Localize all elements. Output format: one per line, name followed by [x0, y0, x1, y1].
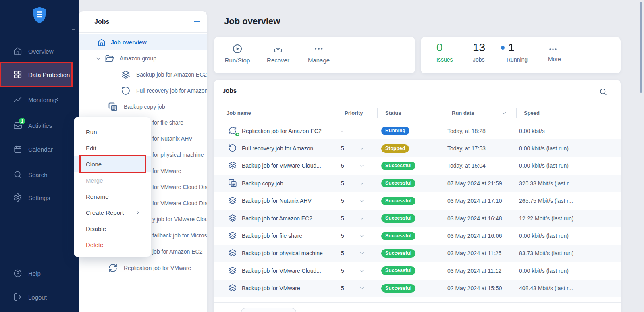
- sidebar-item-label: Activities: [28, 122, 52, 129]
- job-name[interactable]: Backup job for file share: [242, 233, 302, 239]
- column-header-job-name[interactable]: Job name: [214, 110, 337, 116]
- stat-jobs[interactable]: 13 Jobs: [473, 41, 485, 63]
- table-title: Jobs: [222, 87, 237, 94]
- menu-item-delete[interactable]: Delete: [74, 237, 151, 253]
- sidebar-item-calendar[interactable]: Calendar: [0, 141, 79, 157]
- sidebar-item-data-protection[interactable]: Data Protection: [0, 62, 73, 87]
- run-date: 07 May 2024 at 21:59: [445, 180, 516, 187]
- priority-dropdown-chevron[interactable]: [359, 268, 365, 274]
- tree-item-occluded[interactable]: for VMware: [152, 168, 181, 174]
- menu-item-rename[interactable]: Rename: [74, 188, 151, 204]
- table-row[interactable]: Backup job for Nutanix AHV 5 Successful …: [214, 192, 621, 210]
- job-name[interactable]: Backup job for Amazon EC2: [242, 215, 312, 222]
- tree-item-label: Amazon group: [120, 55, 156, 62]
- stat-more[interactable]: More: [548, 41, 561, 62]
- table-row[interactable]: Replication job for Amazon EC2 - Running…: [214, 122, 621, 139]
- priority-value: 5: [337, 250, 344, 256]
- sidebar-item-settings[interactable]: Settings: [0, 189, 79, 206]
- table-row[interactable]: Backup job for file share 5 Successful 0…: [214, 227, 621, 244]
- menu-item-create-report[interactable]: Create Report: [74, 204, 151, 220]
- column-header-status[interactable]: Status: [377, 110, 445, 116]
- sidebar-item-activities[interactable]: 1 Activities: [0, 117, 79, 133]
- job-name[interactable]: Backup copy job: [242, 180, 283, 187]
- menu-item-disable[interactable]: Disable: [74, 220, 151, 237]
- priority-dropdown-chevron[interactable]: [359, 146, 365, 151]
- job-name[interactable]: Full recovery job for Amazon ...: [242, 145, 320, 152]
- sort-chevron-down-icon[interactable]: [501, 110, 507, 116]
- issues-label: Issues: [436, 56, 453, 63]
- menu-item-run[interactable]: Run: [74, 124, 151, 140]
- priority-dropdown-chevron[interactable]: [359, 285, 365, 291]
- sidebar-item-search[interactable]: Search: [0, 166, 79, 183]
- priority-dropdown-chevron[interactable]: [359, 181, 365, 186]
- job-name[interactable]: Replication job for Amazon EC2: [242, 128, 322, 134]
- tree-item-backup-job-amazon[interactable]: Backup job for Amazon EC2: [79, 67, 207, 83]
- priority-dropdown-chevron[interactable]: [359, 250, 365, 256]
- table-row[interactable]: Backup job for VMware 5 Successful 02 Ma…: [214, 280, 621, 297]
- sidebar-item-logout[interactable]: Logout: [0, 289, 79, 305]
- tree-item-occluded[interactable]: failback job for Microso: [152, 232, 207, 239]
- table-row[interactable]: Backup copy job 5 Successful 07 May 2024…: [214, 175, 621, 192]
- menu-item-edit[interactable]: Edit: [74, 140, 151, 156]
- run-stop-button[interactable]: Run/Stop: [219, 44, 256, 64]
- app-window: Overview Data Protection Monitoring 1 Ac…: [0, 0, 644, 312]
- status-badge: Stopped: [381, 144, 409, 153]
- table-row[interactable]: Backup job for VMware Cloud... 5 Success…: [214, 262, 621, 279]
- table-search-icon[interactable]: [599, 88, 607, 96]
- job-name[interactable]: Backup job for VMware: [242, 285, 300, 291]
- chevron-left-icon[interactable]: [54, 96, 60, 103]
- sidebar-item-monitoring[interactable]: Monitoring: [0, 92, 79, 108]
- table-body: Replication job for Amazon EC2 - Running…: [214, 122, 621, 297]
- more-label: More: [548, 56, 561, 62]
- stat-running[interactable]: 1 Running: [501, 41, 528, 63]
- priority-value: 5: [337, 180, 344, 187]
- backup-job-icon: [228, 214, 238, 223]
- pagination-control[interactable]: [241, 308, 296, 312]
- priority-dropdown-chevron[interactable]: [359, 198, 365, 204]
- stat-issues[interactable]: 0 Issues: [436, 41, 453, 63]
- tree-item-amazon-group[interactable]: Amazon group: [79, 50, 207, 67]
- table-row[interactable]: Full recovery job for Amazon ... 5 Stopp…: [214, 139, 621, 157]
- table-row[interactable]: Backup job for VMware Cloud... 5 Success…: [214, 157, 621, 175]
- job-name[interactable]: Backup job for physical machine: [242, 250, 323, 256]
- job-name[interactable]: Backup job for VMware Cloud...: [242, 162, 321, 169]
- priority-dropdown-chevron[interactable]: [359, 163, 365, 168]
- tree-item-occluded[interactable]: y job for VMware Cloud: [152, 216, 207, 223]
- sidebar: Overview Data Protection Monitoring 1 Ac…: [0, 0, 79, 312]
- tree-item-occluded[interactable]: for VMware Cloud Direc: [152, 200, 207, 206]
- tree-item-label: Backup job for Amazon EC2: [136, 71, 207, 78]
- priority-value: 5: [337, 162, 344, 169]
- add-job-button[interactable]: [192, 17, 202, 26]
- tree-item-job-overview[interactable]: Job overview: [79, 34, 207, 50]
- menu-item-clone[interactable]: Clone: [74, 156, 151, 172]
- tree-item-replication-vmware[interactable]: Replication job for VMware: [79, 260, 207, 276]
- vertical-scrollbar-thumb[interactable]: [640, 2, 642, 93]
- sidebar-item-overview[interactable]: Overview: [0, 43, 79, 59]
- tree-item-occluded[interactable]: job for Amazon EC2: [152, 248, 203, 255]
- recover-button[interactable]: Recover: [260, 44, 297, 64]
- tree-item-backup-copy-job[interactable]: Backup copy job: [79, 99, 207, 115]
- tree-item-occluded[interactable]: for VMware Cloud Direc: [152, 184, 207, 190]
- column-header-run-date[interactable]: Run date: [445, 110, 516, 116]
- column-header-speed[interactable]: Speed: [516, 110, 621, 116]
- priority-dropdown-chevron[interactable]: [359, 216, 365, 221]
- tree-item-full-recovery-amazon[interactable]: Full recovery job for Amazon E: [79, 83, 207, 99]
- backup-job-icon: [228, 196, 238, 206]
- table-row[interactable]: Backup job for Amazon EC2 5 Successful 0…: [214, 210, 621, 227]
- tree-item-occluded[interactable]: for physical machine: [152, 152, 204, 158]
- chevron-down-icon[interactable]: [95, 55, 102, 62]
- column-header-priority[interactable]: Priority: [337, 110, 377, 116]
- manage-button[interactable]: Manage: [300, 44, 337, 64]
- priority-dropdown-chevron[interactable]: [359, 233, 365, 239]
- running-label: Running: [507, 56, 528, 63]
- tree-item-label: Job overview: [111, 39, 147, 46]
- jobs-panel-title: Jobs: [94, 16, 109, 27]
- tree-item-occluded[interactable]: for file share: [152, 119, 183, 126]
- sidebar-item-help[interactable]: Help: [0, 265, 79, 281]
- table-row[interactable]: Backup job for physical machine 5 Succes…: [214, 245, 621, 262]
- job-name[interactable]: Backup job for Nutanix AHV: [242, 198, 312, 204]
- backup-job-icon: [228, 283, 238, 293]
- job-name[interactable]: Backup job for VMware Cloud...: [242, 268, 321, 274]
- job-context-menu: Run Edit Clone Merge Rename Create Repor…: [74, 117, 151, 257]
- tree-item-occluded[interactable]: for Nutanix AHV: [152, 135, 193, 142]
